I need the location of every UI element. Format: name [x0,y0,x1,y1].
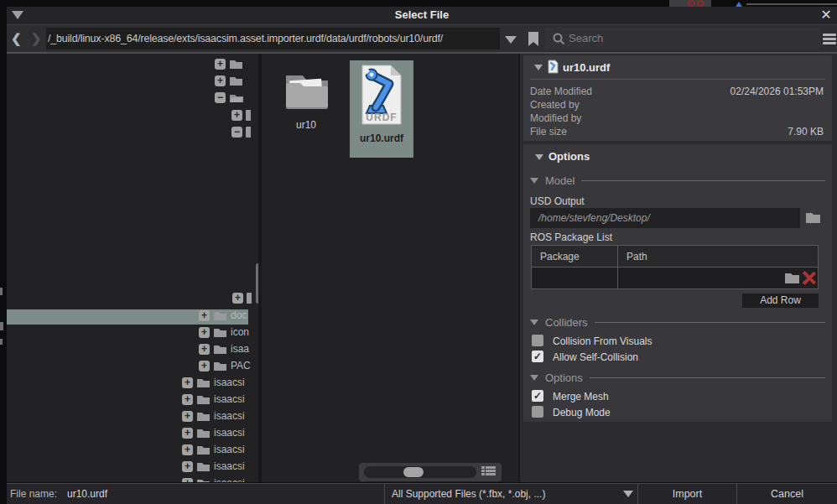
background-fragment [746,3,837,5]
file-name-label: File name: [10,484,57,504]
background-fragment [688,0,695,7]
info-label: Modified by [530,112,581,124]
file-item-name: ur10 [274,119,338,131]
expand-icon[interactable]: + [182,428,193,439]
expand-icon[interactable]: + [182,377,193,388]
expand-icon[interactable]: + [199,327,210,338]
collapse-icon[interactable] [530,178,538,184]
tree-row[interactable]: + [231,110,254,121]
expand-icon[interactable]: + [215,59,226,70]
tree-row[interactable]: + [215,59,247,70]
svg-text:URDF: URDF [366,112,397,123]
tree-row[interactable]: + isaacsi [182,393,245,405]
expand-icon[interactable]: + [199,310,210,321]
tree-row[interactable]: + isaacsi [182,477,245,482]
browse-folder-icon[interactable] [805,211,821,224]
tree-row[interactable]: + doc [199,309,247,321]
table-header-package: Package [532,246,618,268]
folder-icon [196,377,211,388]
expand-icon[interactable]: + [182,394,193,405]
add-row-button[interactable]: Add Row [742,294,819,308]
expand-icon[interactable]: + [182,411,193,422]
collapse-icon[interactable] [535,154,543,160]
file-item-folder[interactable]: ur10 [274,60,338,158]
select-file-dialog: Select File ✕ ❮ ❯ /_build/linux-x86_64/r… [0,0,837,504]
import-options-section: Options Model USD Output /home/stevfeng/… [523,144,832,422]
folder-icon [213,327,227,338]
ros-package-table: Package Path [531,245,819,289]
tree-row[interactable]: + [232,293,255,304]
collapse-icon[interactable] [530,320,538,325]
back-icon[interactable]: ❮ [11,32,22,45]
forward-icon: ❯ [31,32,42,45]
expand-icon[interactable]: + [215,75,226,86]
options-subsection-header[interactable]: Options [530,372,825,384]
file-item-urdf[interactable]: URDF ur10.urdf [350,60,413,158]
tree-row[interactable]: + [215,75,247,86]
file-grid-panel: ur10 URDF ur10.urdf [262,54,518,482]
file-name-input[interactable]: ur10.urdf [67,484,107,504]
tree-row[interactable]: − [231,127,254,138]
collision-from-visuals-checkbox[interactable] [532,335,543,346]
file-type-dropdown[interactable]: All Supported Files (*.fbx, *.obj, ...) [385,483,637,504]
collapse-icon[interactable] [534,65,543,70]
collapse-icon[interactable] [530,375,538,381]
bookmark-icon[interactable] [528,31,539,47]
folder-icon [213,361,227,372]
tree-row[interactable]: + isaacsi [182,444,245,455]
tree-row[interactable]: + PAC [199,360,251,372]
expand-icon[interactable]: + [232,293,243,304]
clipped-file-icon [247,293,252,304]
tree-row[interactable]: + isaacsi [182,410,245,422]
expand-icon[interactable]: + [199,361,210,372]
checkbox-label: Allow Self-Collision [553,351,638,363]
path-input[interactable]: /_build/linux-x86_64/release/exts/isaacs… [46,28,500,49]
search-input[interactable]: Search [545,28,820,49]
folder-icon [196,411,211,422]
thumbnail-size-slider[interactable] [359,463,502,481]
tree-row[interactable]: + isaa [199,343,249,355]
folder-icon [213,344,227,355]
expand-icon[interactable]: + [199,344,210,355]
merge-mesh-checkbox[interactable]: ✓ [532,390,543,402]
expand-icon[interactable]: + [182,444,193,455]
checkbox-label: Debug Mode [553,407,611,418]
info-value: 02/24/2026 01:53PM [624,86,824,97]
debug-mode-checkbox[interactable] [532,406,543,418]
collapse-icon[interactable]: − [215,92,226,103]
details-panel: ur10.urdf Date Modified 02/24/2026 01:53… [518,54,837,482]
tree-row[interactable]: − [215,92,247,103]
colliders-subsection-header[interactable]: Colliders [530,316,825,329]
path-dropdown-icon[interactable] [505,36,517,44]
tree-row[interactable]: + icon [199,326,249,338]
tree-row[interactable]: + isaacsi [182,460,245,472]
list-view-icon[interactable] [481,466,496,476]
file-info-section: ur10.urdf Date Modified 02/24/2026 01:53… [523,55,832,141]
expand-icon[interactable]: + [182,461,193,472]
import-button[interactable]: Import [638,484,736,504]
usd-output-label: USD Output [530,195,585,207]
background-fragment [0,322,3,330]
model-subsection-header[interactable]: Model [530,174,825,187]
close-icon[interactable]: ✕ [818,7,834,23]
table-row[interactable] [532,268,819,289]
allow-self-collision-checkbox[interactable]: ✓ [532,351,543,362]
path-text: /_build/linux-x86_64/release/exts/isaacs… [46,28,500,49]
divider [590,377,825,378]
folder-icon [229,75,243,86]
collapse-icon[interactable]: − [231,127,242,138]
expand-icon[interactable]: + [182,478,193,483]
path-cell[interactable] [618,268,819,289]
tree-row[interactable]: + isaacsi [182,377,245,388]
expand-icon[interactable]: + [231,110,242,121]
browse-folder-icon[interactable] [784,272,800,284]
cancel-button[interactable]: Cancel [737,484,837,504]
delete-row-icon[interactable] [802,271,816,285]
usd-output-input[interactable]: /home/stevfeng/Desktop/ [530,208,800,228]
package-cell[interactable] [532,268,618,289]
tree-row[interactable]: + isaacsi [182,427,245,439]
slider-thumb[interactable] [403,467,424,477]
menu-icon[interactable] [823,34,836,46]
folder-icon [213,310,227,321]
folder-icon [196,428,211,439]
